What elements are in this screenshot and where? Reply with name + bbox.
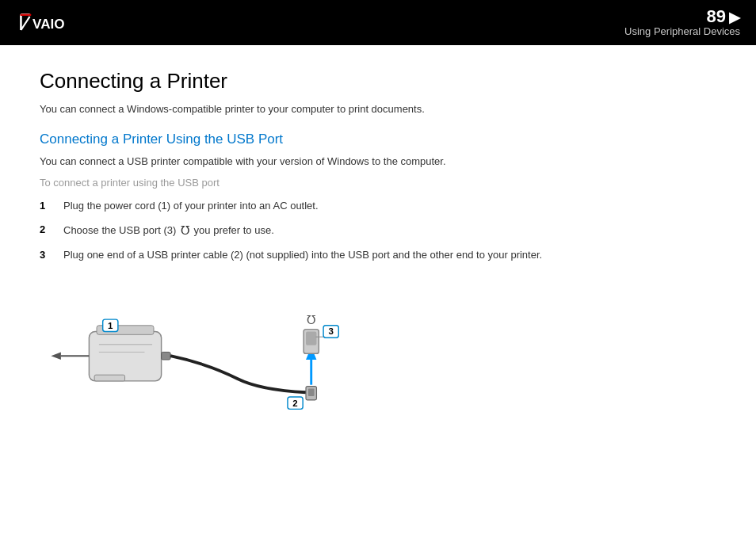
header-info: 89▶ Using Peripheral Devices — [624, 8, 740, 37]
svg-rect-2 — [89, 331, 161, 380]
section-intro-text: You can connect a USB printer compatible… — [40, 154, 716, 170]
intro-paragraph: You can connect a Windows-compatible pri… — [40, 101, 716, 117]
step-number: 2 — [40, 222, 57, 238]
page-number: 89▶ — [624, 8, 740, 25]
step-text: Choose the USB port (3) ℧ you prefer to … — [63, 222, 716, 240]
svg-rect-1 — [21, 13, 32, 16]
step-item: 1 Plug the power cord (1) of your printe… — [40, 198, 716, 214]
section-heading: Connecting a Printer Using the USB Port — [40, 132, 716, 147]
usb-icon: ℧ — [181, 222, 189, 240]
vaio-logo: VAIO — [16, 11, 87, 35]
svg-text:℧: ℧ — [307, 312, 315, 326]
page-title: Connecting a Printer — [40, 69, 716, 93]
svg-marker-8 — [51, 352, 60, 360]
diagram: 1 2 ℧ 3 — [40, 279, 716, 437]
section-title-header: Using Peripheral Devices — [624, 25, 740, 37]
connection-diagram: 1 2 ℧ 3 — [40, 279, 420, 421]
svg-rect-19 — [306, 331, 316, 345]
step-text: Plug one end of a USB printer cable (2) … — [63, 247, 716, 263]
svg-text:3: 3 — [328, 326, 333, 336]
svg-rect-4 — [94, 375, 124, 381]
svg-rect-11 — [162, 352, 171, 360]
main-content: Connecting a Printer You can connect a W… — [0, 45, 756, 453]
steps-list: 1 Plug the power cord (1) of your printe… — [40, 198, 716, 263]
step-item: 2 Choose the USB port (3) ℧ you prefer t… — [40, 222, 716, 240]
step-number: 3 — [40, 247, 57, 263]
svg-rect-15 — [308, 388, 315, 396]
svg-text:1: 1 — [108, 320, 113, 330]
arrow-icon: ▶ — [729, 10, 740, 25]
step-text: Plug the power cord (1) of your printer … — [63, 198, 716, 214]
svg-text:VAIO: VAIO — [32, 16, 65, 32]
step-item: 3 Plug one end of a USB printer cable (2… — [40, 247, 716, 263]
sub-heading: To connect a printer using the USB port — [40, 177, 716, 189]
svg-text:2: 2 — [292, 398, 297, 407]
step-number: 1 — [40, 198, 57, 214]
header: VAIO 89▶ Using Peripheral Devices — [0, 0, 756, 45]
